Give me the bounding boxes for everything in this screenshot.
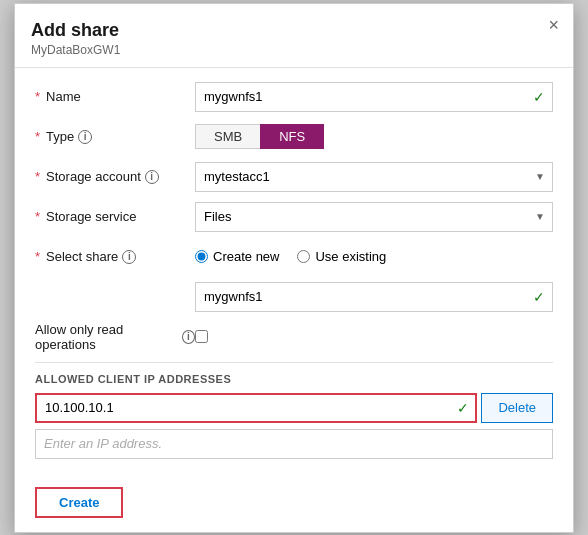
allow-read-row: Allow only read operations i [35,322,553,352]
use-existing-label-text: Use existing [315,249,386,264]
use-existing-radio-label[interactable]: Use existing [297,249,386,264]
required-star-type: * [35,129,40,144]
storage-account-select[interactable]: mytestacc1 [195,162,553,192]
section-divider [35,362,553,363]
select-share-label-text: Select share [46,249,118,264]
smb-button[interactable]: SMB [195,124,260,149]
create-button[interactable]: Create [35,487,123,518]
name-label: * Name [35,89,195,104]
select-share-control: Create new Use existing [195,249,553,264]
storage-account-control: mytestacc1 ▼ [195,162,553,192]
create-new-label-text: Create new [213,249,279,264]
required-star-ss: * [35,209,40,224]
ip-section-heading: ALLOWED CLIENT IP ADDRESSES [35,373,553,385]
radio-group: Create new Use existing [195,249,553,264]
select-share-row: * Select share i Create new Use existing [35,242,553,272]
type-info-icon: i [78,130,92,144]
storage-service-select[interactable]: Files Blobs [195,202,553,232]
dialog-header: Add share MyDataBoxGW1 × [15,4,573,68]
storage-account-label: * Storage account i [35,169,195,184]
close-button[interactable]: × [548,16,559,34]
storage-service-label: * Storage service [35,209,195,224]
name-control: ✓ [195,82,553,112]
storage-service-select-wrapper: Files Blobs ▼ [195,202,553,232]
dialog-title: Add share [31,20,557,41]
name-label-text: Name [46,89,81,104]
storage-service-label-text: Storage service [46,209,136,224]
type-row: * Type i SMB NFS [35,122,553,152]
share-name-control: ✓ [195,282,553,312]
share-name-check-icon: ✓ [533,289,545,305]
name-row: * Name ✓ [35,82,553,112]
storage-account-select-wrapper: mytestacc1 ▼ [195,162,553,192]
ip-input-1[interactable] [35,393,477,423]
storage-service-row: * Storage service Files Blobs ▼ [35,202,553,232]
add-share-dialog: Add share MyDataBoxGW1 × * Name ✓ * Type… [14,3,574,533]
ip-row-1: ✓ Delete [35,393,553,423]
allow-read-checkbox-label[interactable] [195,330,553,343]
allow-read-label-text: Allow only read operations [35,322,178,352]
allow-read-info-icon: i [182,330,195,344]
dialog-footer: Create [15,475,573,532]
type-label-text: Type [46,129,74,144]
storage-service-control: Files Blobs ▼ [195,202,553,232]
share-name-row: ✓ [35,282,553,312]
create-new-radio[interactable] [195,250,208,263]
type-label: * Type i [35,129,195,144]
storage-account-row: * Storage account i mytestacc1 ▼ [35,162,553,192]
storage-account-label-text: Storage account [46,169,141,184]
ip-check-icon: ✓ [457,400,469,416]
required-star-share: * [35,249,40,264]
ip-input-2[interactable] [35,429,553,459]
dialog-subtitle: MyDataBoxGW1 [31,43,557,57]
name-input-wrapper: ✓ [195,82,553,112]
select-share-info-icon: i [122,250,136,264]
name-input[interactable] [195,82,553,112]
required-star-sa: * [35,169,40,184]
type-buttons: SMB NFS [195,124,553,149]
use-existing-radio[interactable] [297,250,310,263]
share-name-input[interactable] [195,282,553,312]
allow-read-control [195,330,553,343]
ip-row-2 [35,429,553,459]
dialog-body: * Name ✓ * Type i SMB NFS [15,68,573,475]
create-new-radio-label[interactable]: Create new [195,249,279,264]
delete-button[interactable]: Delete [481,393,553,423]
allow-read-label: Allow only read operations i [35,322,195,352]
select-share-label: * Select share i [35,249,195,264]
nfs-button[interactable]: NFS [260,124,324,149]
allow-read-checkbox[interactable] [195,330,208,343]
share-name-input-wrapper: ✓ [195,282,553,312]
name-check-icon: ✓ [533,89,545,105]
ip-input-wrapper-1: ✓ [35,393,477,423]
type-control: SMB NFS [195,124,553,149]
storage-account-info-icon: i [145,170,159,184]
required-star: * [35,89,40,104]
